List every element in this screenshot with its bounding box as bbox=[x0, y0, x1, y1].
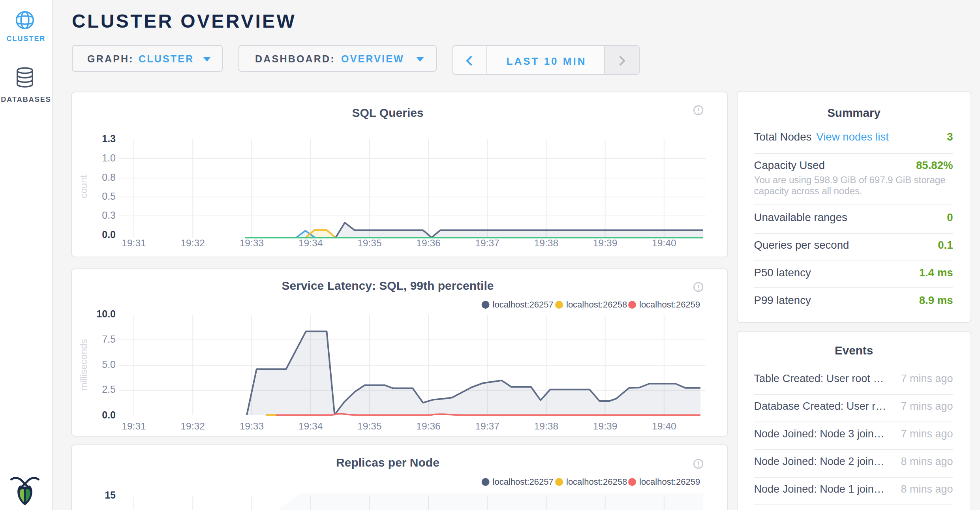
svg-text:SQL Queries: SQL Queries bbox=[352, 106, 423, 119]
svg-text:1.3: 1.3 bbox=[102, 133, 116, 144]
svg-text:19:38: 19:38 bbox=[534, 421, 559, 431]
svg-text:19:35: 19:35 bbox=[357, 237, 382, 248]
svg-text:19:34: 19:34 bbox=[299, 237, 323, 248]
svg-text:0.5: 0.5 bbox=[102, 190, 116, 201]
svg-text:0.3: 0.3 bbox=[102, 209, 116, 220]
svg-text:19:39: 19:39 bbox=[593, 421, 618, 431]
svg-text:5.0: 5.0 bbox=[102, 359, 116, 370]
svg-text:19:39: 19:39 bbox=[593, 237, 618, 248]
svg-text:15: 15 bbox=[105, 489, 116, 501]
svg-text:19:31: 19:31 bbox=[122, 237, 146, 248]
svg-text:19:35: 19:35 bbox=[357, 421, 382, 431]
svg-text:milliseconds: milliseconds bbox=[78, 339, 89, 391]
svg-text:0.0: 0.0 bbox=[102, 229, 116, 240]
svg-text:19:34: 19:34 bbox=[299, 421, 323, 431]
svg-text:localhost:26257: localhost:26257 bbox=[493, 300, 554, 309]
svg-text:19:38: 19:38 bbox=[534, 237, 559, 248]
svg-text:localhost:26259: localhost:26259 bbox=[639, 477, 700, 487]
svg-text:19:33: 19:33 bbox=[240, 421, 264, 431]
svg-text:19:32: 19:32 bbox=[180, 237, 205, 248]
svg-text:localhost:26257: localhost:26257 bbox=[493, 477, 554, 487]
svg-text:0.0: 0.0 bbox=[102, 409, 116, 420]
svg-text:19:37: 19:37 bbox=[475, 237, 499, 248]
svg-text:19:40: 19:40 bbox=[652, 421, 676, 431]
svg-text:19:31: 19:31 bbox=[122, 421, 146, 431]
svg-text:2.5: 2.5 bbox=[102, 384, 116, 395]
svg-text:count: count bbox=[78, 174, 89, 198]
svg-text:localhost:26259: localhost:26259 bbox=[639, 300, 700, 309]
svg-text:19:36: 19:36 bbox=[416, 421, 441, 431]
svg-text:19:40: 19:40 bbox=[652, 237, 676, 248]
svg-text:10.0: 10.0 bbox=[96, 308, 116, 319]
svg-text:localhost:26258: localhost:26258 bbox=[566, 300, 627, 309]
svg-text:19:32: 19:32 bbox=[180, 421, 205, 431]
svg-text:1.0: 1.0 bbox=[102, 152, 116, 163]
svg-text:0.8: 0.8 bbox=[102, 171, 116, 182]
svg-text:7.5: 7.5 bbox=[102, 334, 116, 345]
svg-text:19:36: 19:36 bbox=[416, 237, 441, 248]
svg-text:localhost:26258: localhost:26258 bbox=[566, 477, 627, 487]
svg-text:19:37: 19:37 bbox=[475, 421, 499, 431]
svg-text:19:33: 19:33 bbox=[240, 237, 264, 248]
svg-text:Service Latency: SQL, 99th per: Service Latency: SQL, 99th percentile bbox=[282, 279, 494, 292]
svg-text:Replicas per Node: Replicas per Node bbox=[336, 456, 439, 469]
